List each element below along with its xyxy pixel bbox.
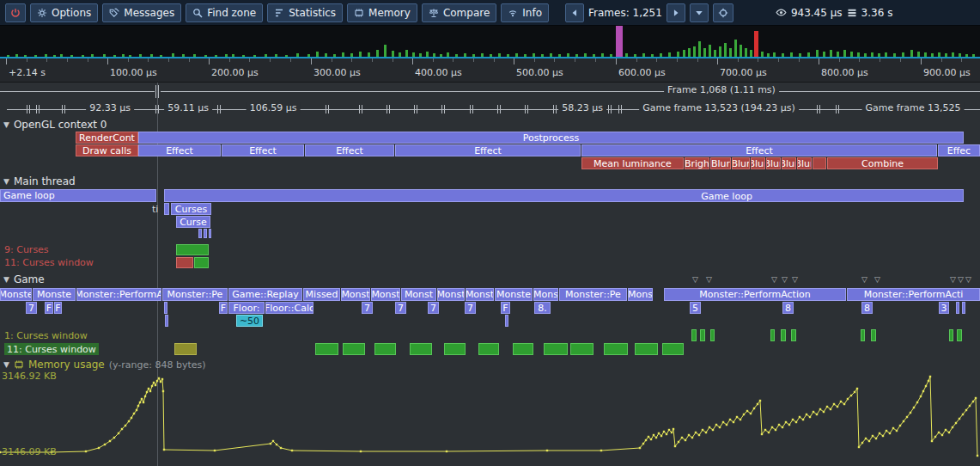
frame-bar-green[interactable] (610, 54, 612, 57)
zone[interactable]: F (45, 302, 53, 314)
zone[interactable]: Brigh (685, 157, 709, 169)
message-marker-icon[interactable]: ▽ (771, 276, 777, 284)
frame-bar-green[interactable] (440, 54, 442, 57)
game-frame-label[interactable]: Game frame 13,525 (862, 102, 965, 113)
message-marker-icon[interactable]: ▽ (965, 276, 971, 284)
message-marker-icon[interactable]: ▽ (874, 276, 880, 284)
zone[interactable]: Monst (341, 288, 370, 301)
focus-frame-button[interactable] (713, 3, 733, 22)
frame-bar-magenta[interactable] (616, 25, 623, 57)
frame-bar-green[interactable] (464, 53, 466, 57)
frame-bar-green[interactable] (15, 54, 18, 57)
frame-bar-green[interactable] (945, 53, 947, 57)
frame-bar-green[interactable] (924, 52, 927, 57)
frame-bar-green[interactable] (368, 52, 370, 57)
frame-bar-green[interactable] (816, 50, 819, 57)
zone[interactable] (204, 229, 207, 238)
frame-bar-green[interactable] (660, 53, 662, 57)
frame-bar-green[interactable] (24, 55, 27, 57)
frame-bar-green[interactable] (316, 52, 319, 57)
frame-bar-green[interactable] (714, 50, 716, 57)
zone[interactable]: Effect (305, 144, 394, 156)
zone[interactable]: 8 (782, 302, 794, 314)
zone[interactable]: Effec (938, 144, 980, 156)
memory-graph[interactable] (0, 370, 980, 466)
lock-bar[interactable] (604, 343, 628, 355)
frame-bar-green[interactable] (917, 52, 920, 57)
frame-bar-green[interactable] (885, 52, 887, 57)
lock-bar[interactable] (710, 329, 715, 341)
frame-bar-green[interactable] (182, 54, 185, 57)
frame-bar-green[interactable] (830, 50, 832, 57)
zone[interactable]: Mons (628, 288, 653, 301)
lock-bar[interactable] (544, 343, 568, 355)
frame-bar-green[interactable] (533, 53, 535, 57)
zone[interactable]: Monste (33, 288, 76, 301)
zone[interactable]: Monste (0, 288, 32, 301)
lock-bar[interactable] (174, 343, 197, 355)
lock-label[interactable]: 11: Curses window (4, 257, 94, 268)
frame-bar-green[interactable] (113, 55, 116, 57)
game-frame-label[interactable]: 106.59 µs (247, 102, 301, 113)
frame-band[interactable]: Frame 1,068 (1.11 ms) (0, 83, 980, 101)
frame-bar-green[interactable] (307, 54, 310, 57)
options-button[interactable]: Options (30, 3, 98, 22)
game-frame-label[interactable]: 58.23 µs (558, 102, 606, 113)
zone[interactable]: Monster::PerformActi (847, 288, 980, 301)
frame-bar-green[interactable] (688, 48, 691, 57)
zone[interactable]: Curses (171, 203, 211, 215)
frame-bar-green[interactable] (729, 48, 732, 57)
frame-bar-green[interactable] (498, 53, 501, 57)
zone[interactable]: Game loop (164, 189, 964, 202)
frame-bar-green[interactable] (541, 54, 544, 57)
zone[interactable]: 7 (362, 302, 373, 314)
zone[interactable]: Blur (782, 157, 796, 169)
frame-bar-green[interactable] (253, 55, 256, 57)
zone[interactable]: 7 (428, 302, 439, 314)
frame-bar-green[interactable] (719, 46, 721, 57)
zone[interactable]: 8. (534, 302, 551, 314)
frame-bar-green[interactable] (325, 53, 327, 57)
zone[interactable]: 5 (690, 302, 701, 314)
zone[interactable]: Monster::Pe (559, 288, 627, 301)
power-button[interactable] (5, 3, 26, 22)
zone[interactable]: Blur (797, 157, 812, 169)
frame-bar-green[interactable] (412, 52, 415, 57)
zone[interactable]: Monst (466, 288, 494, 301)
lock-bar[interactable] (513, 343, 533, 355)
lock-bar[interactable] (478, 343, 499, 355)
zone[interactable]: Blur (710, 157, 731, 169)
frame-bar-green[interactable] (232, 54, 234, 57)
frame-bar-green[interactable] (677, 52, 679, 57)
frame-bar-green[interactable] (823, 52, 825, 57)
lock-bar[interactable] (662, 343, 684, 355)
frame-bar-green[interactable] (959, 53, 961, 57)
frame-bar-green[interactable] (455, 54, 458, 57)
frame-bar-green[interactable] (642, 53, 645, 57)
lock-bar[interactable] (635, 343, 658, 355)
zone[interactable]: Monster::PerformAction (664, 288, 846, 301)
lock-bar[interactable] (957, 329, 962, 341)
frame-bar-green[interactable] (683, 50, 685, 57)
frame-bar-green[interactable] (843, 50, 846, 57)
frame-bar-green[interactable] (60, 54, 63, 57)
frame-bar-green[interactable] (524, 54, 527, 57)
frame-bar-green[interactable] (625, 53, 628, 57)
zone[interactable]: ~50 (236, 315, 263, 327)
frame-bar-green[interactable] (850, 52, 853, 57)
frame-bar-green[interactable] (931, 53, 934, 57)
frame-bar-green[interactable] (384, 45, 387, 57)
time-ruler[interactable]: +2.14 s100.00 µs200.00 µs300.00 µs400.00… (0, 58, 980, 83)
frame-bar-green[interactable] (790, 52, 793, 57)
frame-bar-green[interactable] (296, 53, 299, 57)
zone[interactable]: Mean luminance (581, 157, 684, 169)
zone[interactable]: F (501, 302, 510, 314)
lock-bar[interactable] (176, 244, 209, 255)
statistics-button[interactable]: Statistics (267, 3, 343, 22)
frame-bar-green[interactable] (837, 52, 839, 57)
frame-bar-green[interactable] (709, 45, 711, 57)
lock-bar[interactable] (410, 343, 432, 355)
zone[interactable]: Curse (176, 216, 210, 228)
lock-bar[interactable] (871, 329, 876, 341)
frame-bar-green[interactable] (53, 55, 56, 57)
